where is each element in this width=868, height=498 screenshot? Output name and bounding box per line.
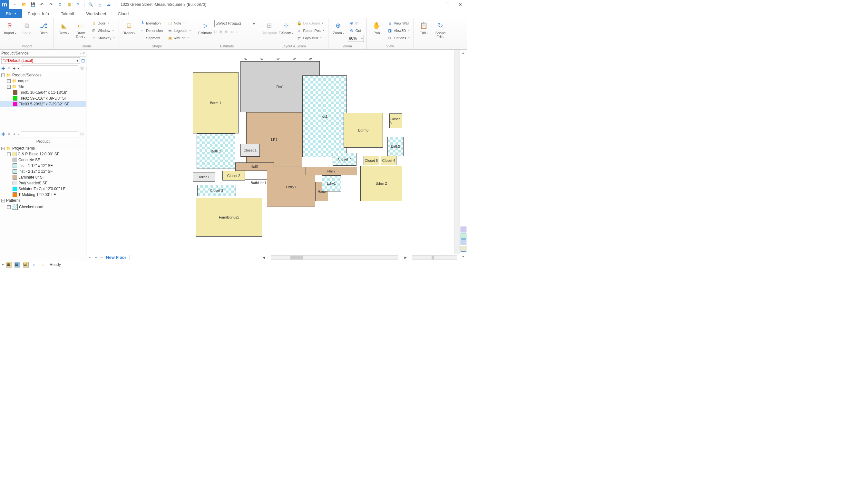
view-wall-button[interactable]: ⊞View Wall [386,20,411,26]
product-filter-input[interactable] [21,65,78,71]
zoom-percent-input[interactable]: 80%▾ [348,35,364,42]
right-tool-2[interactable] [461,233,466,239]
tree-item[interactable]: Schluter To Cpt 12'0.00" LF [0,186,86,192]
search-icon[interactable]: 🔍 [87,1,94,8]
zoom-out-button[interactable]: ⊖Out [348,27,364,34]
db-cube-icon[interactable]: ◫ [81,58,85,63]
horizontal-scrollbar[interactable] [271,255,398,260]
elevation-button[interactable]: ┗Elevation [138,20,164,26]
tree-item-tile03[interactable]: Tile03 5-29/32" x 7-29/32" SF [0,101,86,107]
door-button[interactable]: ▯Door [90,20,116,26]
tree-folder-carpet[interactable]: +📁carpet [0,78,86,84]
redo-icon[interactable]: ↷ [48,1,54,8]
clear-icon[interactable]: ⓧ [80,131,84,137]
room-hall2[interactable]: Hall2 [305,167,357,175]
hscroll-right[interactable]: ► [404,255,407,260]
tree-item[interactable]: Concrete SF [0,157,86,163]
options-button[interactable]: ⚙Options [386,35,411,41]
floor-tab-new[interactable]: New Floor [106,255,130,260]
edit-button[interactable]: 📋Edit [417,19,431,35]
floor-prev-button[interactable]: ← [88,255,92,260]
plus-small-icon[interactable]: + [13,66,15,71]
select-product-dropdown[interactable]: Select Product▾ [214,20,256,27]
pan-button[interactable]: ✋Pan [369,19,384,35]
tree-item[interactable]: Laminate 8" SF [0,174,86,180]
close-button[interactable]: ✕ [454,0,467,9]
import-button[interactable]: ⎘Import [3,19,17,35]
minimize-button[interactable]: — [428,0,441,9]
room-closet4[interactable]: Closet 4 [381,156,396,165]
collapse-icon[interactable]: « [82,51,85,55]
tab-worksheet[interactable]: Worksheet [80,9,112,18]
room-closet2[interactable]: Closet 2 [222,171,245,181]
status-chevron-icon[interactable]: ▾ [2,262,4,267]
room-bath2[interactable]: Bath2 [387,137,404,156]
zoom-button[interactable]: ⊕Zoom [331,19,346,35]
rmedit-button[interactable]: ▣RmEdit [166,35,192,41]
draw-rect-button[interactable]: ▭Draw Rect [73,19,88,39]
status-icon-3[interactable]: ▤ [23,261,29,268]
clear-icon[interactable]: ⓧ [80,65,84,71]
right-tool-3[interactable] [461,239,466,245]
right-tool-4[interactable] [461,246,466,252]
delete-icon[interactable]: ✕ [7,66,11,71]
room-closet7[interactable]: Closet 7 [333,153,356,166]
database-select[interactable]: *2*Default (Local)▾ [1,57,80,64]
tree-item[interactable]: Inst - 2 12" x 12" SF [0,169,86,174]
room-toilet1[interactable]: Toilet 1 [193,172,215,182]
room-fambonus1[interactable]: Fam/Bonus1 [196,198,262,237]
shape-edit-button[interactable]: ↻Shape Edit [433,19,448,39]
tab-cloud[interactable]: Cloud [112,9,134,18]
status-icon-5[interactable]: ⌂ [39,261,46,268]
tab-takeoff[interactable]: Takeoff [55,9,81,18]
tree-root-patterns[interactable]: −Patterns [0,198,86,204]
dimension-button[interactable]: ↔Dimension [138,27,164,34]
room-bdrm2[interactable]: Bdrm 2 [360,166,402,201]
triangle-icon[interactable]: △ [96,1,103,8]
room-closet1[interactable]: Closet 1 [240,144,260,157]
pin-icon[interactable]: ▫ [80,51,81,55]
floor-next-button[interactable]: → [100,255,104,260]
right-tool-1[interactable] [461,227,466,232]
add-icon[interactable]: ✚ [1,66,5,71]
draw-button[interactable]: ◣Draw [56,19,71,35]
collapse-up-icon[interactable]: ⌃ [462,255,465,260]
new-file-icon[interactable]: ▫ [12,1,18,8]
room-ldry1[interactable]: Ldry1 [322,175,341,192]
save-icon[interactable]: 💾 [30,1,36,8]
tree-item-checkerboard[interactable]: +Checkerboard [0,204,86,210]
disto-button[interactable]: ⎇Disto [36,19,51,35]
undo-icon[interactable]: ↶ [39,1,45,8]
tab-project-info[interactable]: Project Info [22,9,55,18]
room-kit1[interactable]: Kit1 [302,76,347,157]
tree-folder-tile[interactable]: −📁Tile [0,84,86,90]
zoom-in-button[interactable]: ⊕In [348,20,364,26]
tree-item[interactable]: +C & P Basic 12'0.00" SF [0,151,86,157]
help-icon[interactable]: ? [75,1,81,8]
hscroll-left[interactable]: ◄ [262,255,266,260]
product-services-tree[interactable]: −📁Product/Services +📁carpet −📁Tile Tile0… [0,72,86,130]
room-closet6[interactable]: Closet 6 [389,114,402,128]
status-icon-2[interactable]: ▦ [14,261,21,268]
floorplan-canvas[interactable]: Rm1Bdrm 1Kit1LR1Bath 1Closet 1Hall1Toile… [87,50,455,254]
status-icon-4[interactable]: ⌂ [31,261,37,268]
stairway-button[interactable]: ≡Stairway [90,35,116,41]
tseam-button[interactable]: ⊹T-Seam [278,19,293,35]
plus-small-icon[interactable]: + [13,131,15,137]
room-lr1[interactable]: LR1 [246,112,302,167]
db-icon[interactable]: ▦ [66,1,72,8]
minus-small-icon[interactable]: - [17,66,19,71]
tree-root-project-items[interactable]: −📁Project Items [0,145,86,151]
room-bdrm1[interactable]: Bdrm 1 [193,72,238,133]
settings-icon[interactable]: ⚙ [57,1,63,8]
project-items-tree[interactable]: −📁Project Items +C & P Basic 12'0.00" SF… [0,145,86,261]
cloud-icon[interactable]: ☁ [105,1,112,8]
tree-root-product-services[interactable]: −📁Product/Services [0,72,86,78]
estimate-button[interactable]: ▷Estimate [198,19,212,39]
room-bdrm3[interactable]: Bdrm3 [344,113,383,148]
tree-item-tile01[interactable]: Tile01 10-15/64" x 11-13/16" [0,90,86,95]
minus-small-icon[interactable]: - [17,131,19,137]
vertical-scrollbar[interactable] [455,50,460,254]
file-menu-button[interactable]: File [0,9,22,18]
zoom-slider[interactable] [412,255,457,260]
